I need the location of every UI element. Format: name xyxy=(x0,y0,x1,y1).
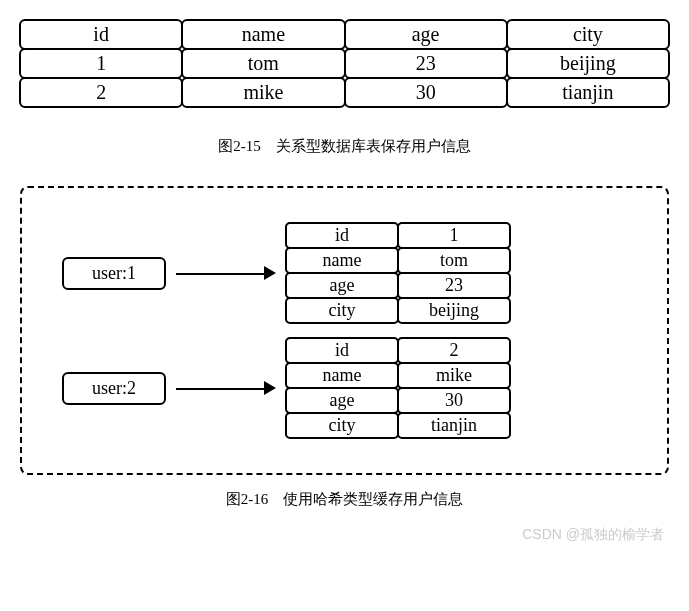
header-cell: age xyxy=(344,19,508,50)
header-cell: city xyxy=(506,19,670,50)
hash-row: name mike xyxy=(286,363,510,388)
hash-row: city beijing xyxy=(286,298,510,323)
field-name: age xyxy=(285,387,399,414)
watermark: CSDN @孤独的榆学者 xyxy=(522,526,664,544)
hash-row: age 30 xyxy=(286,388,510,413)
figure-caption-215: 图2-15 关系型数据库表保存用户信息 xyxy=(20,137,669,156)
field-value: 30 xyxy=(397,387,511,414)
data-cell: mike xyxy=(181,77,345,108)
hash-row: id 2 xyxy=(286,338,510,363)
field-name: city xyxy=(285,412,399,439)
table-row: 2 mike 30 tianjin xyxy=(20,78,669,107)
field-value: beijing xyxy=(397,297,511,324)
table-header-row: id name age city xyxy=(20,20,669,49)
data-cell: 2 xyxy=(19,77,183,108)
field-value: mike xyxy=(397,362,511,389)
hash-row: age 23 xyxy=(286,273,510,298)
data-cell: beijing xyxy=(506,48,670,79)
data-cell: 30 xyxy=(344,77,508,108)
field-name: city xyxy=(285,297,399,324)
hash-container: user:1 id 1 name tom age 23 city beijing… xyxy=(20,186,669,475)
hash-entry: user:2 id 2 name mike age 30 city tianji… xyxy=(42,338,637,438)
data-cell: 1 xyxy=(19,48,183,79)
arrow-icon xyxy=(176,263,276,283)
field-name: id xyxy=(285,222,399,249)
field-value: 1 xyxy=(397,222,511,249)
arrow-icon xyxy=(176,378,276,398)
field-value: tianjin xyxy=(397,412,511,439)
field-value: 2 xyxy=(397,337,511,364)
table-row: 1 tom 23 beijing xyxy=(20,49,669,78)
hash-row: city tianjin xyxy=(286,413,510,438)
hash-field-table: id 2 name mike age 30 city tianjin xyxy=(286,338,510,438)
hash-entry: user:1 id 1 name tom age 23 city beijing xyxy=(42,223,637,323)
data-cell: tianjin xyxy=(506,77,670,108)
field-value: tom xyxy=(397,247,511,274)
hash-row: name tom xyxy=(286,248,510,273)
data-cell: tom xyxy=(181,48,345,79)
header-cell: id xyxy=(19,19,183,50)
field-name: age xyxy=(285,272,399,299)
hash-row: id 1 xyxy=(286,223,510,248)
hash-key: user:2 xyxy=(62,372,166,405)
field-name: name xyxy=(285,362,399,389)
field-name: name xyxy=(285,247,399,274)
data-cell: 23 xyxy=(344,48,508,79)
field-value: 23 xyxy=(397,272,511,299)
header-cell: name xyxy=(181,19,345,50)
hash-key: user:1 xyxy=(62,257,166,290)
figure-caption-216: 图2-16 使用哈希类型缓存用户信息 xyxy=(20,490,669,509)
relational-table: id name age city 1 tom 23 beijing 2 mike… xyxy=(20,20,669,107)
hash-field-table: id 1 name tom age 23 city beijing xyxy=(286,223,510,323)
field-name: id xyxy=(285,337,399,364)
